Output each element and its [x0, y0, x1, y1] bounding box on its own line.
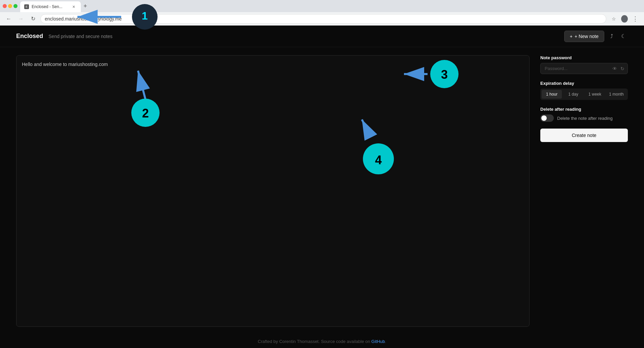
minimize-window-btn[interactable] [8, 4, 12, 8]
note-textarea[interactable]: Hello and welcome to mariushosting.com [22, 61, 524, 321]
moon-icon: ☾ [621, 33, 626, 39]
app-main: Hello and welcome to mariushosting.com N… [0, 47, 644, 335]
header-actions: + + New note ⤴ ☾ [564, 31, 628, 42]
app-logo: Enclosed Send private and secure notes [16, 33, 112, 40]
show-password-button[interactable]: 👁 [612, 65, 618, 72]
theme-toggle-button[interactable]: ☾ [619, 31, 628, 41]
password-label: Note password [540, 55, 628, 60]
forward-button[interactable]: → [16, 14, 26, 24]
app-header: Enclosed Send private and secure notes +… [0, 26, 644, 47]
app-footer: Crafted by Corentin Thomasset. Source co… [0, 335, 644, 348]
exp-1day[interactable]: 1 day [563, 90, 583, 99]
footer-text-before-link: Crafted by Corentin Thomasset. Source co… [258, 339, 371, 344]
password-section: Note password 👁 ↻ [540, 55, 628, 74]
new-note-plus-icon: + [570, 34, 573, 39]
delete-after-reading-section: Delete after reading Delete the note aft… [540, 107, 628, 122]
exp-1month[interactable]: 1 month [606, 90, 626, 99]
new-tab-button[interactable]: + [81, 1, 90, 11]
app-container: Enclosed Send private and secure notes +… [0, 26, 644, 348]
refresh-password-button[interactable]: ↻ [620, 65, 625, 72]
tab-close-button[interactable]: × [71, 4, 77, 10]
create-note-button[interactable]: Create note [540, 129, 628, 142]
share-button[interactable]: ⤴ [608, 31, 615, 41]
expiration-options: 1 hour 1 day 1 week 1 month [540, 89, 628, 100]
browser-chrome: E Enclosed - Sen... × + ← → ↻ ☆ ⋮ [0, 0, 644, 26]
window-controls [3, 4, 18, 8]
profile-button[interactable] [620, 14, 629, 24]
tab-bar: E Enclosed - Sen... × + [0, 0, 644, 12]
new-note-button[interactable]: + + New note [564, 31, 604, 42]
password-icons: 👁 ↻ [612, 65, 625, 72]
delete-toggle[interactable] [540, 114, 554, 122]
exp-1hour[interactable]: 1 hour [542, 90, 562, 99]
reload-button[interactable]: ↻ [28, 14, 38, 24]
tab-favicon: E [24, 4, 29, 9]
exp-1week[interactable]: 1 week [585, 90, 605, 99]
github-link[interactable]: GitHub [371, 339, 385, 344]
share-icon: ⤴ [610, 33, 613, 39]
app-tagline: Send private and secure notes [48, 34, 112, 39]
app-name: Enclosed [16, 33, 43, 40]
toggle-slider [540, 114, 554, 122]
tab-title: Enclosed - Sen... [32, 4, 68, 9]
menu-dots-button[interactable]: ⋮ [631, 14, 640, 24]
options-panel: Note password 👁 ↻ Expiration delay [540, 55, 628, 327]
refresh-icon: ↻ [620, 66, 624, 71]
delete-toggle-label: Delete the note after reading [557, 116, 613, 121]
close-window-btn[interactable] [3, 4, 7, 8]
address-input[interactable] [40, 14, 606, 24]
active-tab[interactable]: E Enclosed - Sen... × [20, 1, 81, 12]
expiration-section: Expiration delay 1 hour 1 day 1 week 1 m… [540, 81, 628, 100]
profile-avatar [621, 15, 628, 23]
new-note-label: + New note [575, 34, 599, 39]
delete-after-reading-label: Delete after reading [540, 107, 628, 112]
bookmark-button[interactable]: ☆ [609, 14, 618, 24]
expiration-label: Expiration delay [540, 81, 628, 86]
delete-toggle-row: Delete the note after reading [540, 114, 628, 122]
maximize-window-btn[interactable] [13, 4, 18, 8]
password-input-wrapper: 👁 ↻ [540, 63, 628, 74]
address-bar-row: ← → ↻ ☆ ⋮ [0, 12, 644, 26]
back-button[interactable]: ← [4, 14, 13, 24]
address-bar-actions: ☆ ⋮ [609, 14, 640, 24]
eye-icon: 👁 [612, 66, 617, 71]
footer-text-after-link: . [385, 339, 386, 344]
note-editor-wrapper: Hello and welcome to mariushosting.com [16, 55, 530, 327]
